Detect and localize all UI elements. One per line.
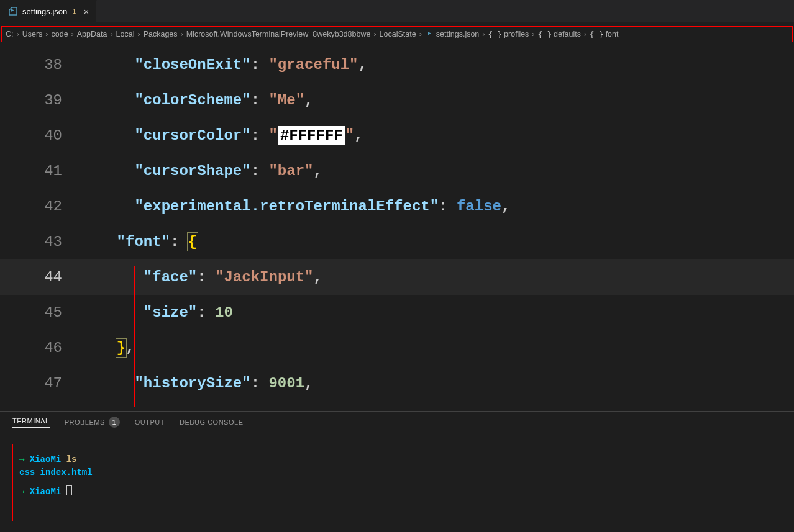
chevron-right-icon: › (373, 30, 376, 38)
cursor (66, 485, 72, 495)
color-swatch: #FFFFFF (278, 126, 345, 145)
file-tab[interactable]: settings.json 1 × (0, 0, 97, 22)
line-number: 40 (0, 127, 81, 144)
code-line[interactable]: 43 "font": { (0, 224, 794, 259)
chevron-right-icon: › (584, 30, 586, 38)
chevron-right-icon: › (71, 30, 74, 38)
chevron-right-icon: › (17, 30, 19, 38)
bottom-panel: TERMINAL PROBLEMS 1 OUTPUT DEBUG CONSOLE… (0, 411, 794, 532)
terminal[interactable]: → XiaoMi ls css index.html → XiaoMi (12, 444, 222, 521)
breadcrumb-item[interactable]: Microsoft.WindowsTerminalPreview_8wekyb3… (186, 30, 371, 38)
line-number: 44 (0, 269, 81, 286)
terminal-line: → XiaoMi (19, 485, 216, 498)
breadcrumb: C:› Users› code› AppData› Local› Package… (1, 26, 793, 42)
code-line[interactable]: 46 }, (0, 330, 794, 366)
chevron-right-icon: › (181, 30, 183, 38)
chevron-right-icon: › (482, 30, 485, 38)
chevron-right-icon: › (110, 30, 112, 38)
tab-modified: 1 (72, 7, 76, 15)
editor[interactable]: 38 "closeOnExit": "graceful", 39 "colorS… (0, 42, 794, 401)
line-number: 39 (0, 92, 81, 109)
brace-icon: { } (590, 30, 604, 39)
close-icon[interactable]: × (83, 6, 89, 17)
panel-tabs: TERMINAL PROBLEMS 1 OUTPUT DEBUG CONSOLE (0, 412, 794, 433)
tab-debug-console[interactable]: DEBUG CONSOLE (180, 417, 243, 428)
breadcrumb-item[interactable]: Users (22, 30, 43, 38)
json-file-icon (7, 6, 19, 17)
json-file-icon (425, 30, 434, 39)
line-number: 47 (0, 375, 81, 392)
breadcrumb-item[interactable]: C: (6, 30, 14, 38)
chevron-right-icon: › (532, 30, 534, 38)
tab-filename: settings.json (22, 7, 67, 16)
brace-icon: { } (488, 30, 502, 39)
breadcrumb-symbol[interactable]: profiles (504, 30, 529, 38)
chevron-right-icon: › (138, 30, 140, 38)
breadcrumb-item[interactable]: code (52, 30, 68, 38)
breadcrumb-symbol[interactable]: font (606, 30, 619, 38)
tab-problems[interactable]: PROBLEMS 1 (65, 417, 120, 428)
line-number: 43 (0, 233, 81, 250)
line-number: 46 (0, 340, 81, 356)
code-line[interactable]: 44 "face": "JackInput", (0, 259, 794, 295)
breadcrumb-item[interactable]: AppData (77, 30, 107, 38)
code-line[interactable]: 41 "cursorShape": "bar", (0, 153, 794, 189)
breadcrumb-item[interactable]: Local (116, 30, 135, 38)
code-line[interactable]: 45 "size": 10 (0, 295, 794, 330)
problems-badge: 1 (109, 417, 120, 428)
chevron-right-icon: › (419, 30, 422, 38)
code-line[interactable]: 42 "experimental.retroTerminalEffect": f… (0, 189, 794, 224)
tab-output[interactable]: OUTPUT (135, 417, 165, 428)
breadcrumb-item[interactable]: Packages (144, 30, 178, 38)
chevron-right-icon: › (45, 30, 48, 38)
tab-bar: settings.json 1 × (0, 0, 794, 22)
breadcrumb-symbol[interactable]: defaults (554, 30, 581, 38)
breadcrumb-file[interactable]: settings.json (436, 30, 479, 38)
line-number: 45 (0, 304, 81, 321)
line-number: 41 (0, 163, 81, 179)
breadcrumb-item[interactable]: LocalState (380, 30, 416, 38)
tab-terminal[interactable]: TERMINAL (12, 417, 50, 428)
terminal-output: css index.html (19, 466, 216, 479)
line-number: 42 (0, 198, 81, 215)
code-line[interactable]: 47 "historySize": 9001, (0, 366, 794, 401)
line-number: 38 (0, 56, 81, 73)
code-line[interactable]: 39 "colorScheme": "Me", (0, 83, 794, 118)
terminal-line: → XiaoMi ls (19, 453, 216, 466)
code-line[interactable]: 38 "closeOnExit": "graceful", (0, 47, 794, 83)
brace-icon: { } (538, 30, 552, 39)
code-line[interactable]: 40 "cursorColor": "#FFFFFF", (0, 118, 794, 153)
